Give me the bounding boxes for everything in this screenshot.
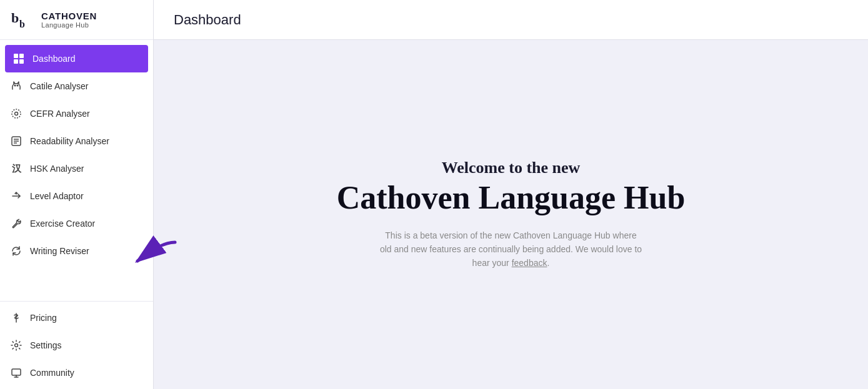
sidebar-item-label: Catile Analyser bbox=[30, 81, 88, 91]
sidebar-item-readability[interactable]: Readability Analyser bbox=[0, 127, 153, 155]
sidebar-item-pricing[interactable]: Pricing bbox=[0, 304, 153, 332]
dollar-icon bbox=[10, 312, 22, 324]
chinese-icon: 汉 bbox=[10, 162, 22, 175]
welcome-description: This is a beta version of the new Cathov… bbox=[380, 229, 642, 270]
sidebar-item-cefr[interactable]: CEFR Analyser bbox=[0, 100, 153, 127]
sidebar-item-hsk[interactable]: 汉 HSK Analyser bbox=[0, 155, 153, 182]
svg-point-8 bbox=[12, 109, 21, 118]
svg-text:b: b bbox=[19, 19, 25, 29]
sidebar-item-label: Level Adaptor bbox=[30, 191, 84, 201]
readability-icon bbox=[10, 135, 22, 147]
sidebar-item-exercise[interactable]: Exercise Creator bbox=[0, 210, 153, 237]
welcome-desc-before: This is a beta version of the new Cathov… bbox=[380, 230, 642, 268]
sidebar-item-writing[interactable]: Writing Reviser bbox=[0, 237, 153, 265]
wrench-icon bbox=[10, 217, 22, 230]
welcome-line1: Welcome to the new bbox=[442, 159, 581, 177]
feedback-link[interactable]: feedback bbox=[512, 258, 547, 268]
brand-subtitle: Language Hub bbox=[41, 21, 97, 29]
svg-rect-5 bbox=[19, 59, 24, 64]
brand-text: CATHOVEN Language Hub bbox=[41, 11, 97, 29]
svg-point-9 bbox=[15, 112, 18, 116]
welcome-desc-after: . bbox=[547, 258, 549, 268]
sidebar-item-label: Community bbox=[30, 368, 74, 378]
gear-icon bbox=[10, 339, 22, 352]
page-title: Dashboard bbox=[174, 12, 241, 28]
sidebar-item-level[interactable]: Level Adaptor bbox=[0, 182, 153, 210]
svg-point-6 bbox=[14, 85, 16, 86]
dots-circle-icon bbox=[10, 107, 22, 120]
main-content: Welcome to the new Cathoven Language Hub… bbox=[154, 40, 868, 389]
sidebar-item-label: Pricing bbox=[30, 313, 57, 323]
svg-rect-4 bbox=[14, 59, 18, 64]
sidebar-item-catile[interactable]: Catile Analyser bbox=[0, 72, 153, 100]
sidebar-item-label: CEFR Analyser bbox=[30, 109, 90, 119]
brand-logo: b b CATHOVEN Language Hub bbox=[0, 0, 153, 40]
sidebar-item-label: Exercise Creator bbox=[30, 219, 95, 229]
sidebar-nav: Dashboard Catile Analyser CEFR Analys bbox=[0, 40, 153, 301]
sidebar-item-community[interactable]: Community bbox=[0, 359, 153, 387]
sidebar-item-settings[interactable]: Settings bbox=[0, 332, 153, 359]
sidebar-bottom: Pricing Settings Community bbox=[0, 301, 153, 389]
grid-icon bbox=[12, 52, 25, 65]
refresh-icon bbox=[10, 245, 22, 257]
sidebar: b b CATHOVEN Language Hub Dashboard bbox=[0, 0, 154, 389]
sidebar-item-label: Dashboard bbox=[32, 54, 76, 64]
cat-icon bbox=[10, 80, 22, 92]
svg-point-7 bbox=[17, 85, 18, 86]
svg-rect-2 bbox=[14, 54, 18, 58]
logo-icon: b b bbox=[10, 7, 35, 32]
arrows-icon bbox=[10, 190, 22, 202]
svg-text:b: b bbox=[11, 10, 19, 26]
monitor-icon bbox=[10, 367, 22, 379]
sidebar-item-label: HSK Analyser bbox=[30, 164, 84, 174]
sidebar-item-label: Writing Reviser bbox=[30, 246, 89, 256]
sidebar-item-label: Readability Analyser bbox=[30, 136, 109, 146]
welcome-line2: Cathoven Language Hub bbox=[337, 180, 686, 215]
svg-rect-3 bbox=[19, 54, 24, 58]
main-header: Dashboard bbox=[154, 0, 868, 40]
brand-title: CATHOVEN bbox=[41, 11, 97, 21]
sidebar-item-dashboard[interactable]: Dashboard bbox=[5, 45, 148, 72]
svg-point-15 bbox=[15, 344, 18, 347]
svg-rect-16 bbox=[12, 369, 21, 375]
sidebar-item-label: Settings bbox=[30, 340, 62, 350]
main-area: Dashboard Welcome to the new Cathoven La… bbox=[154, 0, 868, 389]
